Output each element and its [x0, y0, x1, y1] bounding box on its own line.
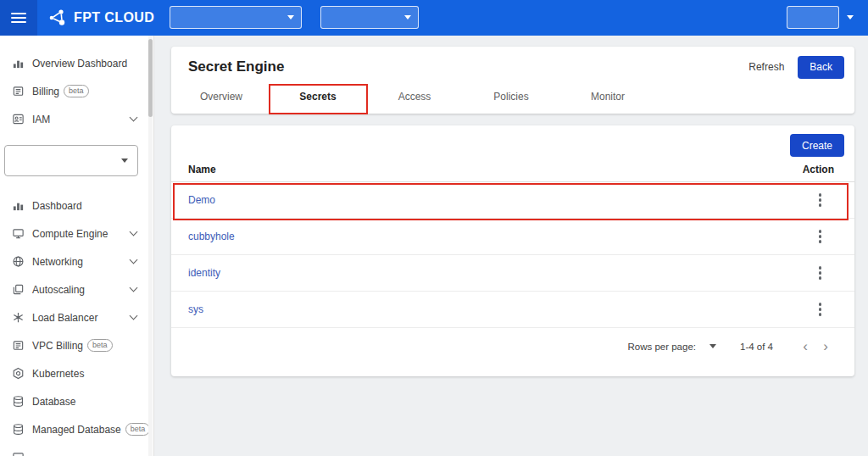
- tab-policies[interactable]: Policies: [463, 91, 559, 103]
- sidebar-item-load-balancer[interactable]: Load Balancer: [0, 303, 153, 331]
- sidebar-item-autoscaling[interactable]: Autoscaling: [0, 275, 153, 303]
- back-button[interactable]: Back: [798, 56, 844, 79]
- rows-per-page-select[interactable]: [709, 344, 716, 348]
- monitor-icon: [11, 227, 25, 241]
- topbar-select-2[interactable]: [320, 6, 419, 29]
- hub-icon: [11, 311, 25, 325]
- chevron-down-icon: [130, 312, 138, 320]
- sidebar-item-compute-engine[interactable]: Compute Engine: [0, 220, 153, 247]
- kebab-menu-icon[interactable]: [816, 263, 825, 283]
- chevron-down-icon: [130, 228, 138, 236]
- previous-page-button[interactable]: ‹: [795, 339, 815, 353]
- next-page-button[interactable]: ›: [815, 339, 836, 353]
- table-row: cubbyhole: [171, 219, 854, 255]
- database-icon: [11, 395, 25, 409]
- user-menu[interactable]: [787, 6, 854, 29]
- kebab-menu-icon[interactable]: [816, 299, 825, 320]
- sidebar-item-billing[interactable]: Billing beta: [0, 77, 153, 105]
- sidebar-main-group: Dashboard Compute Engine Networking Auto…: [0, 192, 153, 456]
- topbar-select-1[interactable]: [170, 6, 302, 29]
- monitor-icon: [11, 451, 25, 456]
- sidebar-item-label: Overview Dashboard: [32, 58, 127, 70]
- layers-icon: [11, 283, 25, 297]
- billing-icon: [11, 85, 25, 98]
- beta-badge: beta: [125, 423, 151, 436]
- hamburger-icon: [11, 13, 26, 23]
- sidebar-item-vpc-billing[interactable]: VPC Billing beta: [0, 331, 153, 359]
- tab-overview[interactable]: Overview: [173, 91, 270, 103]
- table-row: identity: [171, 255, 854, 292]
- sidebar-item-label: Load Balancer: [32, 312, 97, 324]
- page-title: Secret Engine: [188, 58, 748, 75]
- secret-engine-link-demo[interactable]: Demo: [188, 194, 816, 206]
- iam-icon: [11, 113, 25, 126]
- column-action: Action: [803, 164, 834, 175]
- kubernetes-icon: [11, 367, 25, 381]
- chevron-down-icon: [121, 158, 128, 163]
- table-row: Demo: [171, 182, 854, 219]
- sidebar-item-kubernetes[interactable]: Kubernetes: [0, 359, 153, 387]
- chevron-down-icon: [130, 284, 138, 292]
- page-header: Secret Engine Refresh Back: [171, 47, 854, 81]
- kebab-menu-icon[interactable]: [816, 226, 825, 247]
- sidebar-item-label: Networking: [32, 256, 83, 268]
- secrets-table-card: Create Name Action Demo cubbyhole identi…: [171, 125, 854, 376]
- secret-engine-link-identity[interactable]: identity: [188, 267, 816, 279]
- table-toolbar: Create: [171, 125, 854, 157]
- kebab-menu-icon[interactable]: [816, 190, 825, 210]
- sidebar-item-database[interactable]: Database: [0, 387, 153, 415]
- chevron-down-icon: [130, 256, 138, 264]
- database-icon: [11, 423, 25, 437]
- bar-chart-icon: [11, 199, 25, 213]
- brand-name: FPT CLOUD: [74, 10, 154, 25]
- sidebar: Overview Dashboard Billing beta IAM Dash…: [0, 36, 154, 456]
- sidebar-item-label: Autoscaling: [32, 284, 85, 296]
- sidebar-item-managed-database[interactable]: Managed Database beta: [0, 415, 153, 443]
- sidebar-item-label: Database: [32, 396, 75, 408]
- sidebar-project-select[interactable]: [4, 145, 138, 176]
- sidebar-item-overview-dashboard[interactable]: Overview Dashboard: [0, 49, 153, 77]
- hamburger-menu-button[interactable]: [0, 0, 37, 36]
- user-select[interactable]: [787, 6, 839, 29]
- bar-chart-icon: [11, 57, 25, 70]
- sidebar-item-label: IAM: [32, 114, 50, 125]
- sidebar-item-label: Dashboard: [32, 200, 82, 212]
- tab-monitor[interactable]: Monitor: [559, 91, 656, 103]
- fpt-cloud-logo-icon: [47, 8, 68, 28]
- sidebar-item-label: Managed Database: [32, 424, 121, 436]
- brand-logo: FPT CLOUD: [47, 8, 154, 28]
- refresh-button[interactable]: Refresh: [748, 61, 784, 73]
- topbar: FPT CLOUD: [0, 0, 868, 36]
- tab-access[interactable]: Access: [366, 91, 463, 103]
- sidebar-item-label: Kubernetes: [32, 368, 84, 380]
- billing-icon: [11, 339, 25, 353]
- sidebar-item-dashboard[interactable]: Dashboard: [0, 192, 153, 220]
- table-row: sys: [171, 292, 854, 328]
- secret-engine-link-cubbyhole[interactable]: cubbyhole: [188, 231, 816, 242]
- create-button[interactable]: Create: [790, 134, 844, 157]
- tab-secrets[interactable]: Secrets: [270, 91, 366, 103]
- page-header-card: Secret Engine Refresh Back Overview Secr…: [171, 47, 854, 114]
- sidebar-scrollbar-thumb[interactable]: [148, 39, 153, 117]
- globe-icon: [11, 255, 25, 269]
- sidebar-item-label: Compute Engine: [32, 228, 108, 240]
- chevron-down-icon: [404, 15, 411, 19]
- sidebar-item-networking[interactable]: Networking: [0, 247, 153, 275]
- sidebar-item-label: VPC Billing: [32, 340, 83, 352]
- chevron-down-icon: [130, 114, 138, 122]
- sidebar-item-partial[interactable]: [0, 443, 153, 456]
- rows-per-page-label: Rows per page:: [627, 342, 696, 352]
- sidebar-item-label: Billing: [32, 86, 59, 97]
- chevron-down-icon: [287, 15, 294, 19]
- sidebar-scrollbar[interactable]: [148, 36, 153, 456]
- table-header: Name Action: [171, 157, 854, 182]
- pagination: Rows per page: 1-4 of 4 ‹ ›: [171, 328, 854, 364]
- column-name: Name: [188, 164, 803, 175]
- beta-badge: beta: [87, 339, 113, 352]
- secret-engine-link-sys[interactable]: sys: [188, 303, 816, 315]
- pagination-range: 1-4 of 4: [740, 342, 773, 352]
- sidebar-item-iam[interactable]: IAM: [0, 105, 153, 133]
- tab-bar: Overview Secrets Access Policies Monitor: [171, 81, 854, 113]
- chevron-down-icon: [847, 15, 854, 19]
- beta-badge: beta: [64, 85, 89, 97]
